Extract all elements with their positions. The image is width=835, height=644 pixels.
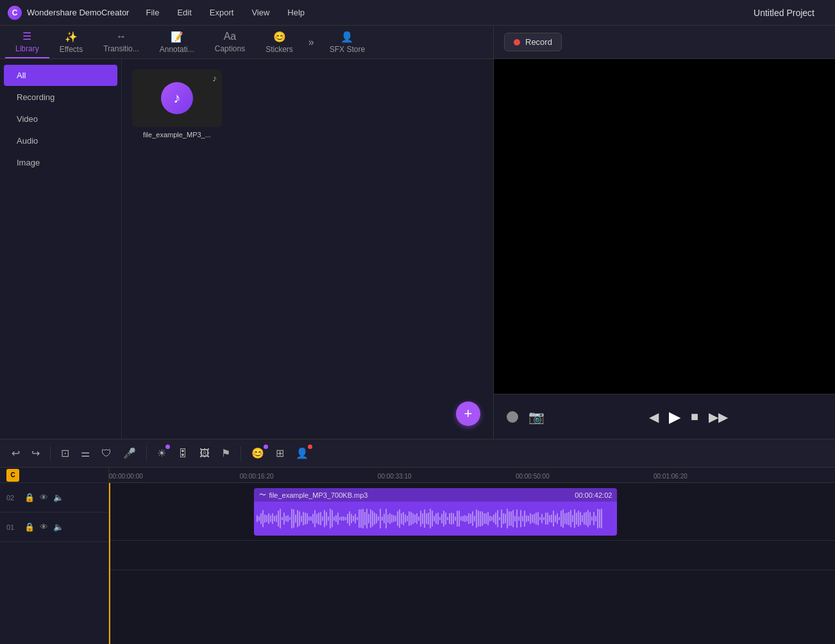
preview-controls: 📷 ◀ ▶ ■ ▶▶ <box>494 394 835 439</box>
add-media-button[interactable]: + <box>456 402 480 426</box>
eye-icon-02[interactable]: 👁 <box>40 493 48 502</box>
sidebar-item-image[interactable]: Image <box>4 152 117 173</box>
track-label-01: 01 🔒 👁 🔈 <box>0 513 108 542</box>
tab-annotations[interactable]: 📝 Annotati... <box>149 27 205 58</box>
play-button[interactable]: ▶ <box>669 408 680 426</box>
flag-button[interactable]: ⚑ <box>217 445 234 462</box>
tab-library-label: Library <box>15 44 39 53</box>
track-number-01: 01 <box>6 523 19 531</box>
tab-stickers-label: Stickers <box>266 45 293 54</box>
media-thumb: ♪ ♪ <box>132 69 222 127</box>
next-frame-button[interactable]: ▶▶ <box>709 409 728 425</box>
playback-controls: ◀ ▶ ■ ▶▶ <box>649 408 728 426</box>
playhead-thumb-marker: C <box>6 469 19 482</box>
timeline-toolbar: ↩ ↪ ⊡ ⚌ 🛡 🎤 ☀ 🎛 🖼 ⚑ 😊 ⊞ 👤 <box>0 439 835 468</box>
tab-sfx-store[interactable]: 👤 SFX Store <box>319 27 375 58</box>
audio-clip-header: 〜 file_example_MP3_700KB.mp3 00:00:42:02 <box>254 488 617 502</box>
tab-transitions-label: Transitio... <box>103 44 139 53</box>
ruler-mark-2: 00:00:33:10 <box>378 473 412 480</box>
image-button[interactable]: 🖼 <box>196 445 214 462</box>
ruler-mark-1: 00:00:16:20 <box>240 473 274 480</box>
toolbar-divider-3 <box>240 446 241 461</box>
track-label-02: 02 🔒 👁 🔈 <box>0 483 108 513</box>
timeline-section: ↩ ↪ ⊡ ⚌ 🛡 🎤 ☀ 🎛 🖼 ⚑ 😊 ⊞ 👤 C <box>0 439 835 644</box>
menu-file[interactable]: File <box>144 5 160 20</box>
preview-area <box>494 59 835 394</box>
timeline-ruler: 00:00:00:00 00:00:16:20 00:00:33:10 00:0… <box>109 468 835 483</box>
tab-sfx-store-label: SFX Store <box>330 45 365 54</box>
face-icon-wrapper: 😊 <box>248 445 268 462</box>
ruler-mark-3: 00:00:50:00 <box>516 473 550 480</box>
music-thumb-icon: ♪ <box>161 82 193 114</box>
media-name: file_example_MP3_... <box>132 131 222 139</box>
transitions-icon: ↔ <box>116 31 126 42</box>
eye-icon-01[interactable]: 👁 <box>40 522 48 532</box>
record-toolbar: Record <box>494 26 835 59</box>
ruler-mark-0: 00:00:00:00 <box>109 473 143 480</box>
split-button[interactable]: ⚌ <box>77 445 94 462</box>
sidebar: All Recording Video Audio Image <box>0 59 122 439</box>
tab-captions[interactable]: Aa Captions <box>205 27 255 57</box>
tune-button[interactable]: 🎛 <box>174 445 192 462</box>
tab-stickers[interactable]: 😊 Stickers <box>255 27 303 58</box>
menu-export[interactable]: Export <box>208 5 235 20</box>
left-panel: ☰ Library ✨ Effects ↔ Transitio... 📝 Ann… <box>0 26 494 439</box>
audio-clip[interactable]: 〜 file_example_MP3_700KB.mp3 00:00:42:02 <box>254 488 617 536</box>
sidebar-item-audio[interactable]: Audio <box>4 130 117 151</box>
screenshot-icon: 📷 <box>528 409 544 425</box>
menu-edit[interactable]: Edit <box>176 5 192 20</box>
record-label: Record <box>525 37 552 47</box>
shield-button[interactable]: 🛡 <box>97 445 115 462</box>
tab-library[interactable]: ☰ Library <box>5 26 49 58</box>
sidebar-item-recording[interactable]: Recording <box>4 87 117 108</box>
record-button[interactable]: Record <box>504 33 562 51</box>
crop-button[interactable]: ⊡ <box>57 445 73 462</box>
screenshot-button[interactable]: 📷 <box>528 409 544 425</box>
menu-view[interactable]: View <box>250 5 271 20</box>
tabs-bar: ☰ Library ✨ Effects ↔ Transitio... 📝 Ann… <box>0 26 493 59</box>
timeline-tracks: 〜 file_example_MP3_700KB.mp3 00:00:42:02 <box>109 483 835 644</box>
right-panel: Record 📷 ◀ ▶ ■ ▶▶ <box>494 26 835 439</box>
mic-button[interactable]: 🎤 <box>119 445 140 462</box>
tab-transitions[interactable]: ↔ Transitio... <box>93 27 149 57</box>
media-grid: ♪ ♪ file_example_MP3_... + <box>122 59 493 439</box>
sun-dot-indicator <box>165 445 170 449</box>
sidebar-item-video[interactable]: Video <box>4 108 117 130</box>
lock-icon-02[interactable]: 🔒 <box>24 493 35 502</box>
stop-button[interactable]: ■ <box>691 409 698 424</box>
tabs-more-button[interactable]: » <box>303 33 319 52</box>
sun-icon-wrapper: ☀ <box>153 445 170 462</box>
audio-clip-name: file_example_MP3_700KB.mp3 <box>269 491 575 499</box>
prev-frame-button[interactable]: ◀ <box>649 409 659 425</box>
audio-clip-waveform-icon: 〜 <box>259 490 266 500</box>
track-labels: C 02 🔒 👁 🔈 01 🔒 👁 🔈 <box>0 468 109 644</box>
app-logo: C Wondershare DemoCreator <box>8 6 129 20</box>
redo-button[interactable]: ↪ <box>28 445 44 462</box>
tab-annotations-label: Annotati... <box>160 45 194 54</box>
record-dot-icon <box>514 39 520 46</box>
undo-button[interactable]: ↩ <box>8 445 24 462</box>
adjust-button[interactable]: ⊞ <box>272 445 288 462</box>
tab-effects-label: Effects <box>60 45 83 54</box>
mute-icon-02[interactable]: 🔈 <box>53 493 63 502</box>
sfx-store-icon: 👤 <box>341 31 353 43</box>
mute-icon-01[interactable]: 🔈 <box>53 522 63 532</box>
ruler-mark-4: 00:01:06:20 <box>654 473 687 480</box>
captions-icon: Aa <box>224 31 237 42</box>
user-dot-indicator <box>308 445 312 449</box>
project-title: Untitled Project <box>754 8 814 18</box>
toolbar-divider-1 <box>50 446 51 461</box>
track-number-02: 02 <box>6 494 19 502</box>
menu-help[interactable]: Help <box>286 5 306 20</box>
stickers-icon: 😊 <box>273 31 286 43</box>
menu-bar: C Wondershare DemoCreator File Edit Expo… <box>0 0 835 26</box>
timeline-ruler-area: 00:00:00:00 00:00:16:20 00:00:33:10 00:0… <box>109 468 835 644</box>
annotations-icon: 📝 <box>171 31 183 43</box>
lock-icon-01[interactable]: 🔒 <box>24 522 35 532</box>
note-icon: ♪ <box>212 73 217 83</box>
preview-progress-indicator <box>507 411 518 423</box>
media-item[interactable]: ♪ ♪ file_example_MP3_... <box>132 69 222 139</box>
sidebar-item-all[interactable]: All <box>4 65 117 86</box>
tab-effects[interactable]: ✨ Effects <box>49 27 93 58</box>
app-name: Wondershare DemoCreator <box>27 8 129 17</box>
